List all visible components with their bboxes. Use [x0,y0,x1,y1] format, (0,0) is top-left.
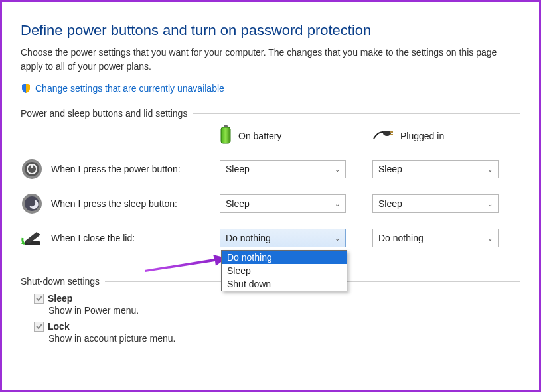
change-settings-link[interactable]: Change settings that are currently unava… [21,83,224,94]
power-battery-combo[interactable]: Sleep ⌄ [220,160,346,178]
sleep-button-icon [21,192,43,215]
checkbox-sleep-label: Sleep [48,293,72,304]
chevron-down-icon: ⌄ [487,166,493,173]
svg-rect-1 [221,127,230,143]
sleep-plugged-combo[interactable]: Sleep ⌄ [372,194,499,213]
power-plugged-value: Sleep [378,164,402,174]
chevron-down-icon: ⌄ [335,166,340,173]
plug-icon [372,129,394,143]
column-plugged-label: Plugged in [400,131,444,141]
svg-rect-8 [31,164,33,168]
annotation-arrow [141,253,228,273]
change-settings-text: Change settings that are currently unava… [35,83,224,94]
lid-battery-value: Do nothing [226,233,271,243]
sleep-battery-combo[interactable]: Sleep ⌄ [220,194,346,213]
lid-battery-combo[interactable]: Do nothing ⌄ [220,229,346,247]
lid-plugged-value: Do nothing [378,233,424,243]
checkbox-lock[interactable] [34,322,44,332]
dropdown-option-shut-down[interactable]: Shut down [222,277,347,291]
lid-plugged-combo[interactable]: Do nothing ⌄ [372,229,499,247]
chevron-down-icon: ⌄ [335,235,340,242]
chevron-down-icon: ⌄ [335,200,340,208]
power-battery-value: Sleep [226,164,250,174]
sleep-plugged-value: Sleep [378,198,402,209]
lid-battery-dropdown[interactable]: Do nothing Sleep Shut down [221,250,347,291]
shield-icon [21,83,31,94]
page-title: Define power buttons and turn on passwor… [21,22,520,39]
divider [193,113,520,114]
checkbox-sleep-sub: Show in Power menu. [48,305,520,316]
dropdown-option-do-nothing[interactable]: Do nothing [222,251,347,264]
svg-rect-4 [390,134,393,135]
sleep-battery-value: Sleep [226,198,250,209]
power-button-icon [21,158,43,180]
svg-point-2 [383,131,391,136]
svg-rect-3 [390,131,393,133]
page-subtext: Choose the power settings that you want … [21,46,520,74]
battery-icon [220,125,232,146]
column-battery-label: On battery [238,131,281,141]
chevron-down-icon: ⌄ [487,235,493,242]
row-power-label: When I press the power button: [51,164,181,174]
chevron-down-icon: ⌄ [487,200,493,208]
power-plugged-combo[interactable]: Sleep ⌄ [372,160,499,178]
row-lid-label: When I close the lid: [51,233,135,243]
row-sleep-label: When I press the sleep button: [51,198,177,209]
section-buttons-label: Power and sleep buttons and lid settings [21,108,187,119]
section-shutdown-label: Shut-down settings [21,276,100,287]
lid-icon [21,227,43,249]
checkbox-lock-label: Lock [48,321,70,332]
dropdown-option-sleep[interactable]: Sleep [222,264,347,277]
checkbox-lock-sub: Show in account picture menu. [48,333,520,344]
checkbox-sleep[interactable] [34,294,44,304]
